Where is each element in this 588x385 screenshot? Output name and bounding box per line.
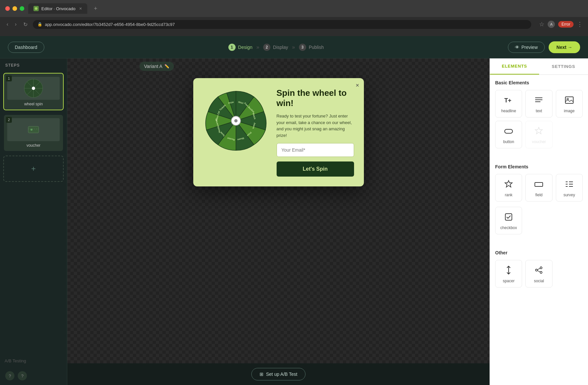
- menu-icon[interactable]: ⋮: [577, 21, 583, 28]
- text-icon: [533, 94, 545, 106]
- element-button[interactable]: button: [495, 121, 522, 148]
- main-area: STEPS 1 wheel spin: [0, 58, 588, 385]
- element-field[interactable]: field: [525, 174, 552, 202]
- element-image[interactable]: image: [556, 90, 583, 118]
- other-elements-grid: spacer social: [495, 260, 583, 288]
- security-lock-icon: 🔒: [37, 22, 42, 27]
- step-card-inner-1: wheel spin: [4, 74, 63, 110]
- nav-actions: 👁 Preview Next →: [508, 41, 580, 53]
- element-field-label: field: [535, 193, 542, 197]
- element-checkbox[interactable]: checkbox: [495, 207, 522, 234]
- image-icon: [563, 94, 575, 106]
- refresh-button[interactable]: ↻: [22, 20, 29, 29]
- step-card-wheel-spin[interactable]: 1 wheel spin: [3, 73, 64, 110]
- add-step-button[interactable]: +: [3, 156, 64, 182]
- back-button[interactable]: ‹: [5, 20, 10, 29]
- element-spacer[interactable]: spacer: [495, 260, 522, 288]
- element-social[interactable]: social: [525, 260, 552, 288]
- tab-favicon: [33, 6, 39, 11]
- browser-actions: ☆ A Error ⋮: [539, 21, 583, 28]
- step-card-num-1: 1: [6, 75, 12, 81]
- browser-tab[interactable]: Editor · Onvocado ✕: [28, 3, 87, 14]
- element-checkbox-label: checkbox: [500, 225, 517, 230]
- svg-point-6: [32, 87, 35, 90]
- step-design: 1 Design: [228, 44, 253, 51]
- popup-title: Spin the wheel to win!: [277, 88, 354, 108]
- other-elements-title: Other: [495, 250, 583, 255]
- spin-button[interactable]: Let's Spin: [277, 161, 354, 177]
- tab-elements[interactable]: ELEMENTS: [490, 58, 539, 75]
- variant-edit-icon[interactable]: ✏️: [164, 64, 169, 69]
- svg-point-8: [31, 129, 32, 131]
- tab-settings[interactable]: SETTINGS: [539, 58, 588, 75]
- other-elements-section: Other spacer: [490, 245, 588, 298]
- tab-title: Editor · Onvocado: [41, 6, 75, 11]
- step-card-num-2: 2: [6, 117, 12, 123]
- tab-close-button[interactable]: ✕: [79, 7, 82, 11]
- close-window-button[interactable]: [5, 6, 10, 11]
- element-voucher: voucher: [525, 121, 552, 148]
- social-icon: [533, 264, 545, 276]
- svg-rect-29: [505, 129, 513, 133]
- element-rank-label: rank: [505, 193, 512, 197]
- step-publish: 3 Publish: [299, 44, 324, 51]
- step-card-label-2: voucher: [27, 143, 41, 148]
- profile-button[interactable]: A: [548, 21, 555, 28]
- setup-ab-test-button[interactable]: ⊞ Set up A/B Test: [251, 368, 305, 380]
- new-tab-button[interactable]: +: [94, 5, 97, 12]
- svg-line-42: [537, 268, 540, 270]
- element-headline[interactable]: T+ headline: [495, 90, 522, 118]
- panel-tabs: ELEMENTS SETTINGS: [490, 58, 588, 75]
- help-button-2[interactable]: ?: [18, 371, 27, 380]
- forward-button[interactable]: ›: [13, 20, 18, 29]
- wheel-container: Retro Car Tickets Prize Shirt Free Bucke…: [203, 88, 269, 154]
- canvas-area: Variant A ✏️ ×: [67, 58, 490, 385]
- step-card-inner-2: voucher: [4, 115, 63, 151]
- minimize-window-button[interactable]: [12, 6, 17, 11]
- error-button[interactable]: Error: [558, 21, 574, 28]
- survey-icon: [563, 178, 575, 190]
- svg-point-40: [540, 267, 542, 269]
- basic-elements-title: Basic Elements: [495, 80, 583, 85]
- field-icon: [533, 178, 545, 190]
- spinning-wheel: Retro Car Tickets Prize Shirt Free Bucke…: [203, 88, 269, 154]
- form-elements-title: Form Elements: [495, 164, 583, 169]
- headline-icon: T+: [503, 94, 514, 106]
- element-image-label: image: [564, 109, 575, 113]
- maximize-window-button[interactable]: [20, 6, 24, 11]
- element-rank[interactable]: rank: [495, 174, 522, 202]
- form-elements-section: Form Elements rank: [490, 159, 588, 245]
- popup-description: Ready to test your fortune? Just enter y…: [277, 113, 354, 139]
- variant-label-text: Variant A: [144, 64, 162, 69]
- dashboard-button[interactable]: Dashboard: [8, 42, 44, 53]
- element-survey[interactable]: survey: [556, 174, 583, 202]
- svg-rect-27: [565, 97, 573, 103]
- preview-button[interactable]: 👁 Preview: [508, 42, 545, 53]
- step-publish-label: Publish: [309, 45, 324, 50]
- email-input[interactable]: [277, 143, 354, 157]
- svg-text:T+: T+: [504, 97, 512, 104]
- svg-line-43: [537, 271, 540, 272]
- step-card-voucher[interactable]: 2 voucher: [3, 114, 64, 152]
- address-url-text: app.onvocado.com/editor/7b3452d7-e656-49…: [45, 22, 175, 27]
- next-button[interactable]: Next →: [549, 41, 580, 53]
- star-icon[interactable]: ☆: [539, 21, 544, 28]
- step-display-num: 2: [263, 44, 270, 51]
- address-bar[interactable]: 🔒 app.onvocado.com/editor/7b3452d7-e656-…: [33, 20, 532, 29]
- left-sidebar: STEPS 1 wheel spin: [0, 58, 67, 385]
- element-text-label: text: [536, 109, 542, 113]
- step-arrow-1: »: [256, 44, 259, 50]
- step-design-num: 1: [228, 44, 236, 51]
- popup-close-button[interactable]: ×: [356, 82, 359, 89]
- voucher-icon: [533, 125, 545, 137]
- help-button-1[interactable]: ?: [5, 371, 14, 380]
- step-publish-num: 3: [299, 44, 306, 51]
- traffic-lights: [5, 6, 24, 11]
- ab-testing-label: A/B Testing: [5, 358, 26, 363]
- steps-section-label: STEPS: [0, 58, 67, 71]
- variant-label: Variant A ✏️: [139, 62, 174, 71]
- element-text[interactable]: text: [525, 90, 552, 118]
- browser-chrome: Editor · Onvocado ✕ + ‹ › ↻ 🔒 app.onvoca…: [0, 0, 588, 36]
- canvas-background[interactable]: ×: [67, 58, 490, 385]
- spacer-icon: [503, 264, 514, 276]
